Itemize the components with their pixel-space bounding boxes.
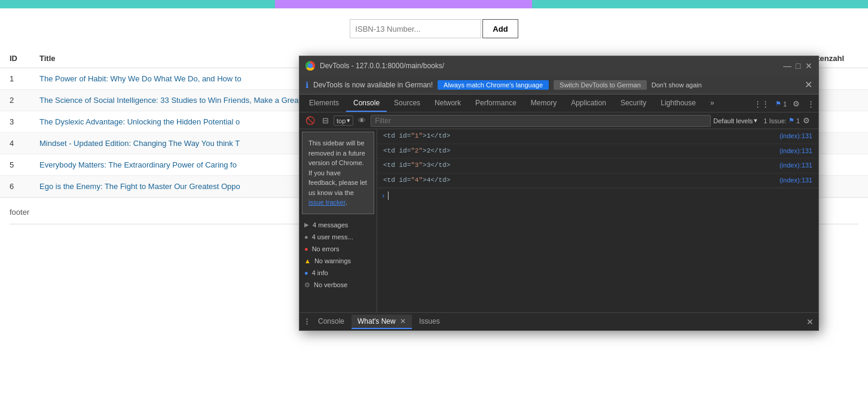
console-context-chevron: ▾ <box>347 117 350 124</box>
console-cursor <box>388 191 389 200</box>
bottom-tabs-right: ✕ <box>805 316 815 327</box>
sidebar-item-user-messages[interactable]: ● 4 user mess... <box>299 231 377 243</box>
console-context-dropdown[interactable]: top ▾ <box>334 115 353 126</box>
console-input-row: › <box>377 188 818 202</box>
devtools-title-left: DevTools - 127.0.0.1:8000/main/books/ <box>305 61 444 71</box>
sidebar-item-label-messages: 4 messages <box>313 221 348 229</box>
console-context-label: top <box>337 117 346 124</box>
sidebar-circle-icon-error: ● <box>304 245 308 252</box>
bottom-tab-console[interactable]: Console <box>312 315 350 329</box>
sidebar-tooltip-text: This sidebar will be removed in a future… <box>308 139 367 196</box>
cell-id: 4 <box>0 133 30 154</box>
sidebar-item-label-errors: No errors <box>312 245 340 252</box>
console-log-area: <td id="1">1</td> (index):131 <td id="2"… <box>377 129 818 312</box>
console-sidebar-toggle[interactable]: ⊟ <box>320 115 331 126</box>
devtools-minimize-button[interactable]: — <box>784 62 791 69</box>
issue-tracker-link[interactable]: issue tracker <box>308 199 346 206</box>
book-title-link[interactable]: The Power of Habit: Why We Do What We Do… <box>39 74 242 83</box>
bottom-tab-whats-new[interactable]: What's New ✕ <box>352 315 412 329</box>
book-title-link[interactable]: Everybody Matters: The Extraordinary Pow… <box>39 160 237 169</box>
sidebar-item-verbose[interactable]: ⚙ No verbose <box>299 279 377 291</box>
tooltip-suffix: . <box>346 199 347 206</box>
bottom-close-panel-button[interactable]: ✕ <box>805 316 815 328</box>
tab-sources[interactable]: Sources <box>387 95 427 112</box>
log-code-1: <td id="1">1</td> <box>383 131 450 142</box>
cell-id: 2 <box>0 90 30 111</box>
sidebar-item-all-messages[interactable]: ▶ 4 messages <box>299 219 377 231</box>
devtools-window: DevTools - 127.0.0.1:8000/main/books/ — … <box>299 56 819 331</box>
sidebar-chevron-messages: ▶ <box>304 221 309 228</box>
default-levels-chevron: ▾ <box>754 117 757 124</box>
devtools-tabs: Elements Console Sources Network Perform… <box>299 95 818 112</box>
default-levels-label: Default levels <box>713 117 753 124</box>
dont-show-again-link[interactable]: Don't show again <box>652 81 702 89</box>
book-title-link[interactable]: Mindset - Updated Edition: Changing The … <box>39 139 240 148</box>
tab-memory[interactable]: Memory <box>524 95 564 112</box>
console-issue-indicator: 1 Issue: ⚑ 1 ⚙ <box>760 115 815 126</box>
log-entry-3: <td id="3">3</td> (index):131 <box>377 159 818 174</box>
log-code-3: <td id="3">3</td> <box>383 160 450 171</box>
col-header-id: ID <box>0 49 30 68</box>
devtools-kebab-icon[interactable]: ⋮ <box>806 98 816 109</box>
sidebar-item-warnings[interactable]: ▲ No warnings <box>299 255 377 267</box>
sidebar-triangle-icon-warn: ▲ <box>304 257 311 264</box>
log-location-1[interactable]: (index):131 <box>780 131 812 142</box>
sidebar-item-label-info: 4 info <box>312 269 328 276</box>
footer-text: footer <box>10 208 29 217</box>
devtools-close-button[interactable]: ✕ <box>805 62 812 69</box>
log-code-4: <td id="4">4</td> <box>383 175 450 186</box>
tab-performance[interactable]: Performance <box>468 95 524 112</box>
sidebar-circle-icon-info: ● <box>304 269 308 276</box>
log-location-4[interactable]: (index):131 <box>780 175 812 186</box>
sidebar-tooltip: This sidebar will be removed in a future… <box>302 132 374 214</box>
isbn-add-button[interactable]: Add <box>482 19 518 38</box>
sidebar-item-errors[interactable]: ● No errors <box>299 243 377 255</box>
notification-close-button[interactable]: ✕ <box>805 79 812 90</box>
log-code-2: <td id="2">2</td> <box>383 146 450 157</box>
top-bar-teal-1 <box>0 0 275 8</box>
bottom-tabs-dots[interactable]: ⁝ <box>303 316 311 327</box>
devtools-gear-icon[interactable]: ⚙ <box>791 98 801 109</box>
notification-text: DevTools is now available in German! <box>313 81 433 89</box>
console-sidebar: This sidebar will be removed in a future… <box>299 129 377 312</box>
tab-elements[interactable]: Elements <box>302 95 346 112</box>
devtools-restore-button[interactable]: □ <box>794 62 802 69</box>
devtools-settings-dots[interactable]: ⋮⋮ <box>753 98 771 109</box>
tab-more[interactable]: » <box>703 95 722 112</box>
isbn-input[interactable] <box>350 19 481 38</box>
tab-network[interactable]: Network <box>427 95 468 112</box>
log-entry-2: <td id="2">2</td> (index):131 <box>377 144 818 159</box>
bottom-tab-issues[interactable]: Issues <box>413 315 446 329</box>
console-clear-button[interactable]: 🚫 <box>303 115 317 126</box>
issue-badge-count: 1 <box>783 101 787 108</box>
whats-new-close-button[interactable]: ✕ <box>400 317 406 325</box>
sidebar-gear-icon-verbose: ⚙ <box>304 281 310 289</box>
console-eye-icon[interactable]: 👁 <box>356 115 368 126</box>
console-default-levels[interactable]: Default levels ▾ <box>713 117 757 124</box>
console-toolbar: 🚫 ⊟ top ▾ 👁 Default levels ▾ 1 Issue: ⚑ … <box>299 112 818 129</box>
isbn-area: Add <box>0 8 868 49</box>
console-filter-input[interactable] <box>371 115 711 127</box>
sidebar-item-info[interactable]: ● 4 info <box>299 267 377 279</box>
tab-application[interactable]: Application <box>564 95 613 112</box>
issue-settings-icon[interactable]: ⚙ <box>802 115 811 126</box>
cell-id: 5 <box>0 154 30 176</box>
book-title-link[interactable]: Ego is the Enemy: The Fight to Master Ou… <box>39 182 240 191</box>
switch-devtools-german-button[interactable]: Switch DevTools to German <box>554 80 647 90</box>
match-language-button[interactable]: Always match Chrome's language <box>438 80 549 90</box>
notification-info-icon: ℹ <box>305 80 308 90</box>
log-location-2[interactable]: (index):131 <box>780 146 812 157</box>
sidebar-circle-icon-user: ● <box>304 233 308 241</box>
log-location-3[interactable]: (index):131 <box>780 160 812 171</box>
devtools-console-content: This sidebar will be removed in a future… <box>299 129 818 312</box>
devtools-tabs-right: ⋮⋮ ⚑ 1 ⚙ ⋮ <box>753 98 816 112</box>
devtools-win-controls: — □ ✕ <box>784 62 812 69</box>
devtools-url: DevTools - 127.0.0.1:8000/main/books/ <box>320 62 444 70</box>
sidebar-items: ▶ 4 messages ● 4 user mess... ● No error… <box>299 217 377 294</box>
tab-security[interactable]: Security <box>613 95 653 112</box>
devtools-titlebar: DevTools - 127.0.0.1:8000/main/books/ — … <box>299 56 818 75</box>
book-title-link[interactable]: The Dyslexic Advantage: Unlocking the Hi… <box>39 117 240 126</box>
log-entry-1: <td id="1">1</td> (index):131 <box>377 129 818 144</box>
tab-lighthouse[interactable]: Lighthouse <box>653 95 703 112</box>
tab-console[interactable]: Console <box>346 95 387 112</box>
